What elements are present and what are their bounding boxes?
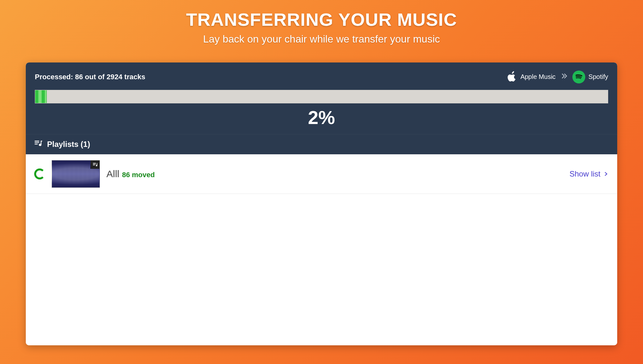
source-service: Apple Music <box>508 70 556 83</box>
playlist-thumbnail <box>52 160 100 188</box>
playlist-badge-icon <box>91 160 100 169</box>
playlists-section-header: Playlists (1) <box>26 134 617 154</box>
page-title: TRANSFERRING YOUR MUSIC <box>186 9 457 30</box>
playlists-section-label: Playlists (1) <box>47 140 90 149</box>
playlist-name: Alll <box>106 168 119 179</box>
playlist-title-block: Alll 86 moved <box>106 168 155 179</box>
playlist-moved-count: 86 moved <box>122 171 155 179</box>
source-service-label: Apple Music <box>520 73 556 81</box>
processed-count-label: Processed: 86 out of 2924 tracks <box>35 73 145 81</box>
playlist-icon <box>34 139 43 150</box>
target-service: Spotify <box>572 71 608 83</box>
chevron-right-icon <box>603 171 609 177</box>
service-route: Apple Music Spotify <box>508 70 608 83</box>
spotify-icon <box>572 71 585 83</box>
progress-header: Processed: 86 out of 2924 tracks Apple M… <box>26 62 617 134</box>
playlists-list: Alll 86 moved Show list <box>26 154 617 345</box>
progress-percent-label: 2% <box>35 107 608 128</box>
svg-rect-2 <box>97 163 97 166</box>
transfer-arrow-icon <box>560 72 568 81</box>
target-service-label: Spotify <box>589 73 608 81</box>
show-list-label: Show list <box>569 169 600 178</box>
show-list-button[interactable]: Show list <box>569 169 609 178</box>
progress-bar <box>35 90 608 103</box>
loading-spinner-icon <box>34 168 45 179</box>
playlist-row: Alll 86 moved Show list <box>26 154 617 194</box>
apple-music-icon <box>508 70 517 83</box>
page-subtitle: Lay back on your chair while we transfer… <box>203 33 440 45</box>
progress-bar-fill <box>35 90 47 103</box>
svg-point-0 <box>574 72 583 81</box>
transfer-panel: Processed: 86 out of 2924 tracks Apple M… <box>26 62 617 345</box>
